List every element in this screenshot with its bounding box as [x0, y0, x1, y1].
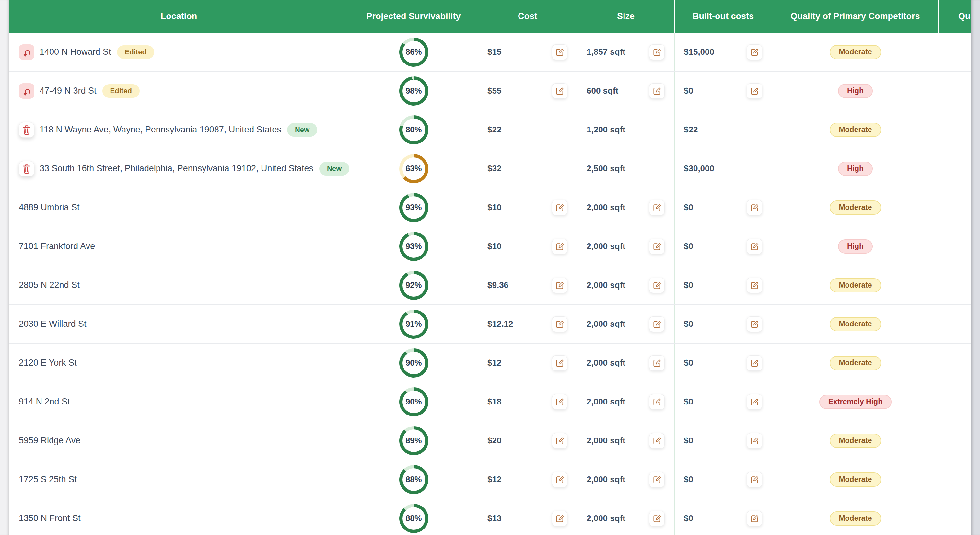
- location-text: 4889 Umbria St: [19, 202, 80, 213]
- table-header-row: LocationProjected SurvivabilityCostSizeB…: [9, 0, 970, 33]
- size-value: 2,000 sqft: [587, 358, 625, 368]
- edit-built_out-button[interactable]: [747, 83, 762, 99]
- edit-cost-button[interactable]: [552, 83, 568, 99]
- edit-size-button[interactable]: [649, 278, 665, 293]
- column-header-size: Size: [578, 0, 675, 33]
- edit-size-button[interactable]: [649, 433, 665, 449]
- edit-built_out-button[interactable]: [747, 394, 762, 410]
- delete-button[interactable]: [19, 161, 34, 176]
- edit-cost-button[interactable]: [552, 472, 568, 487]
- survivability-cell: 88%: [349, 460, 478, 499]
- edit-icon: [653, 203, 662, 212]
- edit-size-button[interactable]: [649, 394, 665, 410]
- quality-overflow-cell: [939, 149, 970, 188]
- cost-value: $10: [487, 241, 501, 251]
- survivability-percent: 80%: [406, 125, 422, 134]
- edit-built_out-button[interactable]: [747, 316, 762, 332]
- edit-built_out-button[interactable]: [747, 278, 762, 293]
- size-cell: 2,000 sqft: [578, 460, 675, 499]
- edit-built_out-button[interactable]: [747, 511, 762, 526]
- edit-built_out-button[interactable]: [747, 239, 762, 254]
- edit-size-button[interactable]: [649, 472, 665, 487]
- edit-cost-button[interactable]: [552, 278, 568, 293]
- survivability-cell: 92%: [349, 266, 478, 305]
- survivability-donut: 88%: [399, 504, 428, 533]
- size-cell: 2,000 sqft: [578, 344, 675, 382]
- edit-built_out-button[interactable]: [747, 433, 762, 449]
- size-value: 2,500 sqft: [587, 164, 625, 174]
- quality-overflow-cell: [939, 188, 970, 227]
- edit-icon: [555, 86, 564, 95]
- location-cell: 2805 N 22nd St: [9, 266, 349, 305]
- edit-built_out-button[interactable]: [747, 44, 762, 60]
- edit-cost-button[interactable]: [552, 355, 568, 371]
- table-row: 2805 N 22nd St92%$9.362,000 sqft$0Modera…: [9, 266, 970, 305]
- edit-icon: [653, 359, 662, 367]
- edit-icon: [653, 281, 662, 289]
- built_out-value: $0: [684, 397, 693, 407]
- survivability-donut: 89%: [399, 426, 428, 455]
- edit-cost-button[interactable]: [552, 200, 568, 215]
- edit-icon: [750, 320, 759, 329]
- quality-overflow-cell: [939, 421, 970, 460]
- edit-built_out-button[interactable]: [747, 472, 762, 487]
- edit-icon: [653, 436, 662, 445]
- edit-size-button[interactable]: [649, 200, 665, 215]
- edit-cost-button[interactable]: [552, 316, 568, 332]
- edit-size-button[interactable]: [649, 44, 665, 60]
- edit-icon: [750, 281, 759, 289]
- edit-built_out-button[interactable]: [747, 200, 762, 215]
- locations-table-screen: LocationProjected SurvivabilityCostSizeB…: [0, 0, 980, 535]
- location-text: 2120 E York St: [19, 358, 77, 368]
- column-header-label: Built-out costs: [692, 11, 754, 21]
- locations-table: LocationProjected SurvivabilityCostSizeB…: [9, 0, 970, 535]
- undo-button[interactable]: [19, 44, 34, 60]
- edit-built_out-button[interactable]: [747, 355, 762, 371]
- table-row: 1725 S 25th St88%$122,000 sqft$0Moderate: [9, 460, 970, 499]
- edit-size-button[interactable]: [649, 239, 665, 254]
- location-cell: 5959 Ridge Ave: [9, 421, 349, 460]
- undo-button[interactable]: [19, 83, 34, 99]
- survivability-percent: 93%: [406, 203, 422, 212]
- edit-size-button[interactable]: [649, 83, 665, 99]
- size-value: 2,000 sqft: [587, 280, 625, 290]
- built_out-value: $0: [684, 358, 693, 368]
- edit-size-button[interactable]: [649, 511, 665, 526]
- quality-overflow-cell: [939, 460, 970, 499]
- survivability-cell: 93%: [349, 188, 478, 227]
- survivability-percent: 88%: [406, 475, 422, 484]
- delete-button[interactable]: [19, 122, 34, 138]
- edit-cost-button[interactable]: [552, 394, 568, 410]
- built_out-value: $22: [684, 125, 698, 135]
- survivability-donut: 63%: [399, 154, 428, 183]
- built_out-cell: $0: [675, 71, 772, 110]
- vertical-scrollbar[interactable]: [970, 0, 980, 535]
- survivability-donut-hole: 90%: [402, 352, 425, 375]
- location-text: 1400 N Howard St: [40, 47, 111, 57]
- quality-cell: Moderate: [772, 110, 939, 149]
- location-text: 2030 E Willard St: [19, 319, 86, 329]
- edit-size-button[interactable]: [649, 316, 665, 332]
- size-value: 2,000 sqft: [587, 319, 625, 329]
- survivability-percent: 86%: [406, 47, 422, 57]
- quality-badge: Moderate: [830, 200, 881, 215]
- edit-icon: [750, 203, 759, 212]
- survivability-cell: 98%: [349, 71, 478, 110]
- size-value: 2,000 sqft: [587, 436, 625, 446]
- edit-cost-button[interactable]: [552, 44, 568, 60]
- cost-cell: $12: [478, 344, 578, 382]
- quality-overflow-cell: [939, 499, 970, 535]
- edit-cost-button[interactable]: [552, 433, 568, 449]
- edit-cost-button[interactable]: [552, 511, 568, 526]
- trash-icon: [22, 164, 32, 174]
- survivability-donut-hole: 90%: [402, 391, 425, 413]
- size-value: 1,857 sqft: [587, 47, 625, 57]
- column-header-label: Location: [161, 11, 197, 21]
- edit-size-button[interactable]: [649, 355, 665, 371]
- column-header-built_out: Built-out costs: [675, 0, 772, 33]
- survivability-percent: 88%: [406, 514, 422, 523]
- table-row: 7101 Frankford Ave93%$102,000 sqft$0High: [9, 227, 970, 266]
- survivability-cell: 89%: [349, 421, 478, 460]
- built_out-value: $0: [684, 513, 693, 523]
- edit-cost-button[interactable]: [552, 239, 568, 254]
